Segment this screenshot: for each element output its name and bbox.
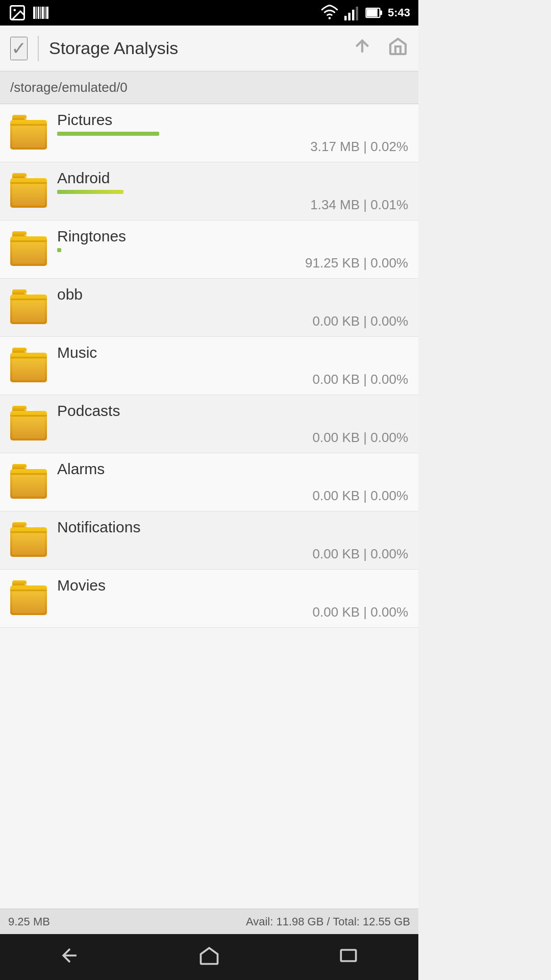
list-item[interactable]: obb0.00 KB | 0.00% xyxy=(0,279,418,337)
progress-bar xyxy=(57,132,159,136)
file-size: 0.00 KB | 0.00% xyxy=(57,372,408,387)
list-item[interactable]: Alarms0.00 KB | 0.00% xyxy=(0,453,418,511)
list-item[interactable]: Pictures3.17 MB | 0.02% xyxy=(0,104,418,162)
home-icon xyxy=(388,36,408,57)
svg-rect-56 xyxy=(10,531,47,533)
file-size: 0.00 KB | 0.00% xyxy=(57,430,408,446)
progress-bar-container xyxy=(57,248,408,252)
up-button[interactable] xyxy=(352,36,372,61)
svg-rect-31 xyxy=(10,240,47,242)
svg-rect-40 xyxy=(12,359,45,380)
svg-rect-36 xyxy=(10,299,47,300)
svg-point-9 xyxy=(329,17,331,19)
svg-rect-21 xyxy=(10,124,47,126)
file-name: Pictures xyxy=(57,111,408,129)
recents-button[interactable] xyxy=(322,939,375,975)
file-name: Ringtones xyxy=(57,228,408,245)
svg-rect-51 xyxy=(10,473,47,475)
folder-icon xyxy=(10,115,47,152)
svg-rect-27 xyxy=(24,176,34,178)
svg-rect-7 xyxy=(45,7,46,19)
svg-rect-13 xyxy=(356,7,358,20)
wifi-icon xyxy=(320,4,339,22)
progress-bar-container xyxy=(57,539,408,543)
back-button[interactable] xyxy=(43,939,96,975)
svg-rect-42 xyxy=(24,351,34,353)
signal-icon xyxy=(343,4,361,22)
status-bar-right-icons: 5:43 xyxy=(320,4,410,22)
list-item[interactable]: Music0.00 KB | 0.00% xyxy=(0,337,418,395)
up-arrow-icon xyxy=(352,36,372,57)
folder-icon xyxy=(10,173,47,210)
svg-rect-45 xyxy=(12,417,45,438)
svg-rect-57 xyxy=(24,525,34,527)
svg-rect-60 xyxy=(12,592,45,613)
svg-rect-6 xyxy=(42,7,44,19)
check-button[interactable]: ✓ xyxy=(10,37,28,60)
svg-rect-5 xyxy=(40,7,41,19)
list-item[interactable]: Movies0.00 KB | 0.00% xyxy=(0,570,418,628)
file-name: obb xyxy=(57,286,408,303)
folder-svg-icon xyxy=(10,231,47,266)
status-time: 5:43 xyxy=(388,6,410,19)
folder-icon xyxy=(10,464,47,501)
file-info: obb0.00 KB | 0.00% xyxy=(57,286,408,329)
folder-svg-icon xyxy=(10,580,47,615)
back-icon xyxy=(59,944,81,967)
file-size: 0.00 KB | 0.00% xyxy=(57,488,408,504)
progress-bar-container xyxy=(57,423,408,427)
svg-point-1 xyxy=(14,9,16,12)
home-button[interactable] xyxy=(388,36,408,61)
file-info: Alarms0.00 KB | 0.00% xyxy=(57,460,408,504)
svg-rect-8 xyxy=(46,7,49,19)
svg-rect-12 xyxy=(352,10,355,20)
svg-rect-50 xyxy=(12,475,45,497)
progress-bar xyxy=(57,248,61,252)
progress-bar-container xyxy=(57,190,408,194)
folder-svg-icon xyxy=(10,348,47,382)
svg-rect-3 xyxy=(36,7,37,19)
file-info: Pictures3.17 MB | 0.02% xyxy=(57,111,408,155)
avail-space: Avail: 11.98 GB / Total: 12.55 GB xyxy=(246,915,410,928)
folder-icon xyxy=(10,231,47,268)
folder-svg-icon xyxy=(10,289,47,324)
file-info: Ringtones91.25 KB | 0.00% xyxy=(57,228,408,271)
home-nav-icon xyxy=(198,944,220,967)
current-path: /storage/emulated/0 xyxy=(10,80,128,95)
status-bar: 5:43 xyxy=(0,0,418,26)
svg-rect-22 xyxy=(24,118,34,120)
file-name: Alarms xyxy=(57,460,408,478)
recents-icon xyxy=(337,944,360,967)
file-info: Movies0.00 KB | 0.00% xyxy=(57,577,408,620)
home-nav-button[interactable] xyxy=(183,939,236,975)
folder-svg-icon xyxy=(10,406,47,440)
folder-icon xyxy=(10,289,47,326)
svg-rect-46 xyxy=(10,415,47,416)
battery-icon xyxy=(365,4,384,22)
file-name: Movies xyxy=(57,577,408,594)
svg-rect-16 xyxy=(367,9,378,17)
file-name: Notifications xyxy=(57,519,408,536)
toolbar-divider xyxy=(38,36,39,61)
path-bar: /storage/emulated/0 xyxy=(0,71,418,104)
toolbar-actions xyxy=(352,36,408,61)
svg-rect-63 xyxy=(341,950,356,961)
file-size: 0.00 KB | 0.00% xyxy=(57,313,408,329)
folder-svg-icon xyxy=(10,464,47,499)
folder-icon xyxy=(10,522,47,559)
list-item[interactable]: Android1.34 MB | 0.01% xyxy=(0,162,418,220)
status-bar-left-icons xyxy=(8,4,50,22)
svg-rect-35 xyxy=(12,301,45,322)
svg-rect-61 xyxy=(10,590,47,591)
progress-bar-container xyxy=(57,306,408,310)
svg-rect-11 xyxy=(348,13,350,20)
list-item[interactable]: Notifications0.00 KB | 0.00% xyxy=(0,511,418,570)
svg-rect-55 xyxy=(12,533,45,555)
file-info: Notifications0.00 KB | 0.00% xyxy=(57,519,408,562)
folder-svg-icon xyxy=(10,115,47,150)
progress-bar-container xyxy=(57,364,408,369)
list-item[interactable]: Podcasts0.00 KB | 0.00% xyxy=(0,395,418,453)
image-icon xyxy=(8,4,27,22)
svg-rect-41 xyxy=(10,357,47,358)
list-item[interactable]: Ringtones91.25 KB | 0.00% xyxy=(0,220,418,279)
